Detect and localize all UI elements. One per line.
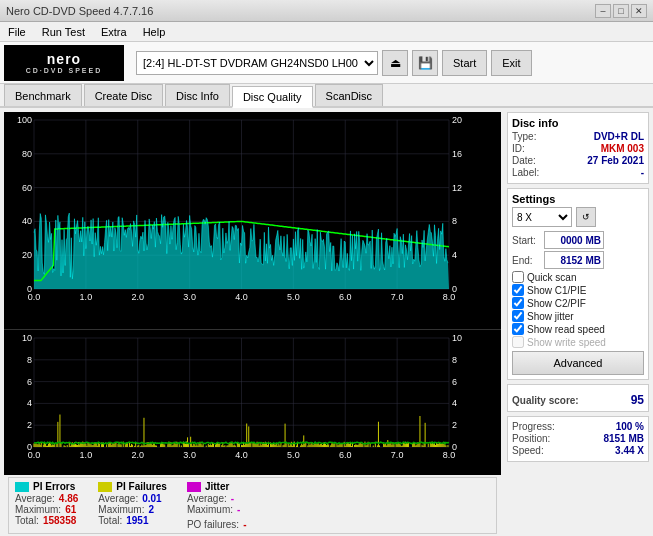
show-write-speed-checkbox[interactable] xyxy=(512,336,524,348)
logo-text: nero xyxy=(47,51,81,67)
pi-errors-color xyxy=(15,482,29,492)
show-c1-pie-label: Show C1/PIE xyxy=(527,285,586,296)
upper-chart xyxy=(4,112,501,330)
eject-icon-button[interactable]: ⏏ xyxy=(382,50,408,76)
pi-total-value: 158358 xyxy=(43,515,76,526)
maximize-button[interactable]: □ xyxy=(613,4,629,18)
show-c2-pif-label: Show C2/PIF xyxy=(527,298,586,309)
pi-max-label: Maximum: xyxy=(15,504,61,515)
upper-chart-canvas xyxy=(4,112,474,307)
jitter-max-label: Maximum: xyxy=(187,504,233,515)
jitter-max-value: - xyxy=(237,504,240,515)
exit-button[interactable]: Exit xyxy=(491,50,531,76)
quality-label: Quality score: xyxy=(512,395,579,406)
pi-avg-label: Average: xyxy=(15,493,55,504)
jitter-avg-value: - xyxy=(231,493,234,504)
toolbar: nero CD·DVD SPEED [2:4] HL-DT-ST DVDRAM … xyxy=(0,42,653,84)
menu-bar: File Run Test Extra Help xyxy=(0,22,653,42)
pi-max-value: 61 xyxy=(65,504,76,515)
pif-total-label: Total: xyxy=(98,515,122,526)
save-icon-button[interactable]: 💾 xyxy=(412,50,438,76)
minimize-button[interactable]: – xyxy=(595,4,611,18)
nero-logo: nero CD·DVD SPEED xyxy=(4,45,124,81)
position-label: Position: xyxy=(512,433,550,444)
quick-scan-checkbox[interactable] xyxy=(512,271,524,283)
speed-select[interactable]: 8 X xyxy=(512,207,572,227)
pif-max-label: Maximum: xyxy=(98,504,144,515)
show-c1-pie-row: Show C1/PIE xyxy=(512,284,644,296)
menu-run-test[interactable]: Run Test xyxy=(38,24,89,40)
po-failures-value: - xyxy=(243,519,246,530)
legend-pi-errors: PI Errors Average: 4.86 Maximum: 61 Tota… xyxy=(15,481,78,530)
end-input[interactable] xyxy=(544,251,604,269)
end-label: End: xyxy=(512,255,542,266)
show-c1-pie-checkbox[interactable] xyxy=(512,284,524,296)
disc-id-value: MKM 003 xyxy=(601,143,644,154)
pi-avg-value: 4.86 xyxy=(59,493,78,504)
speed-row-progress: Speed: 3.44 X xyxy=(512,445,644,456)
show-jitter-row: Show jitter xyxy=(512,310,644,322)
tab-disc-quality[interactable]: Disc Quality xyxy=(232,86,313,108)
disc-type-label: Type: xyxy=(512,131,536,142)
title-bar: Nero CD-DVD Speed 4.7.7.16 – □ ✕ xyxy=(0,0,653,22)
drive-select[interactable]: [2:4] HL-DT-ST DVDRAM GH24NSD0 LH00 xyxy=(136,51,378,75)
speed-value: 3.44 X xyxy=(615,445,644,456)
disc-id-label: ID: xyxy=(512,143,525,154)
start-button[interactable]: Start xyxy=(442,50,487,76)
show-jitter-checkbox[interactable] xyxy=(512,310,524,322)
tab-bar: Benchmark Create Disc Disc Info Disc Qua… xyxy=(0,84,653,108)
po-failures-label: PO failures: xyxy=(187,519,239,530)
close-button[interactable]: ✕ xyxy=(631,4,647,18)
disc-id-row: ID: MKM 003 xyxy=(512,143,644,154)
jitter-title: Jitter xyxy=(205,481,229,492)
main-content: PI Errors Average: 4.86 Maximum: 61 Tota… xyxy=(0,108,653,536)
pi-total-label: Total: xyxy=(15,515,39,526)
progress-value: 100 % xyxy=(616,421,644,432)
logo-sub: CD·DVD SPEED xyxy=(26,67,103,74)
disc-date-row: Date: 27 Feb 2021 xyxy=(512,155,644,166)
pi-failures-title: PI Failures xyxy=(116,481,167,492)
menu-extra[interactable]: Extra xyxy=(97,24,131,40)
disc-type-value: DVD+R DL xyxy=(594,131,644,142)
tab-scan-disc[interactable]: ScanDisc xyxy=(315,84,383,106)
lower-chart-canvas xyxy=(4,330,474,465)
position-value: 8151 MB xyxy=(603,433,644,444)
tab-create-disc[interactable]: Create Disc xyxy=(84,84,163,106)
end-mb-row: End: xyxy=(512,251,644,269)
pi-errors-title: PI Errors xyxy=(33,481,75,492)
start-label: Start: xyxy=(512,235,542,246)
tab-disc-info[interactable]: Disc Info xyxy=(165,84,230,106)
quality-section: Quality score: 95 xyxy=(507,384,649,412)
disc-date-value: 27 Feb 2021 xyxy=(587,155,644,166)
legend-bar: PI Errors Average: 4.86 Maximum: 61 Tota… xyxy=(8,477,497,534)
menu-help[interactable]: Help xyxy=(139,24,170,40)
disc-label-value: - xyxy=(641,167,644,178)
legend-jitter: Jitter Average: - Maximum: - PO failures… xyxy=(187,481,247,530)
tab-benchmark[interactable]: Benchmark xyxy=(4,84,82,106)
quick-scan-row: Quick scan xyxy=(512,271,644,283)
speed-row: 8 X ↺ xyxy=(512,207,644,227)
disc-info-section: Disc info Type: DVD+R DL ID: MKM 003 Dat… xyxy=(507,112,649,184)
show-c2-pif-checkbox[interactable] xyxy=(512,297,524,309)
show-read-speed-label: Show read speed xyxy=(527,324,605,335)
settings-title: Settings xyxy=(512,193,644,205)
start-input[interactable] xyxy=(544,231,604,249)
pif-total-value: 1951 xyxy=(126,515,148,526)
app-title: Nero CD-DVD Speed 4.7.7.16 xyxy=(6,5,153,17)
menu-file[interactable]: File xyxy=(4,24,30,40)
show-write-speed-row: Show write speed xyxy=(512,336,644,348)
disc-label-row: Label: - xyxy=(512,167,644,178)
disc-info-title: Disc info xyxy=(512,117,644,129)
advanced-button[interactable]: Advanced xyxy=(512,351,644,375)
show-c2-pif-row: Show C2/PIF xyxy=(512,297,644,309)
show-read-speed-checkbox[interactable] xyxy=(512,323,524,335)
show-read-speed-row: Show read speed xyxy=(512,323,644,335)
disc-date-label: Date: xyxy=(512,155,536,166)
jitter-avg-label: Average: xyxy=(187,493,227,504)
progress-row: Progress: 100 % xyxy=(512,421,644,432)
quality-value: 95 xyxy=(631,393,644,407)
pi-failures-color xyxy=(98,482,112,492)
jitter-color xyxy=(187,482,201,492)
refresh-icon-button[interactable]: ↺ xyxy=(576,207,596,227)
quality-row: Quality score: 95 xyxy=(512,393,644,407)
